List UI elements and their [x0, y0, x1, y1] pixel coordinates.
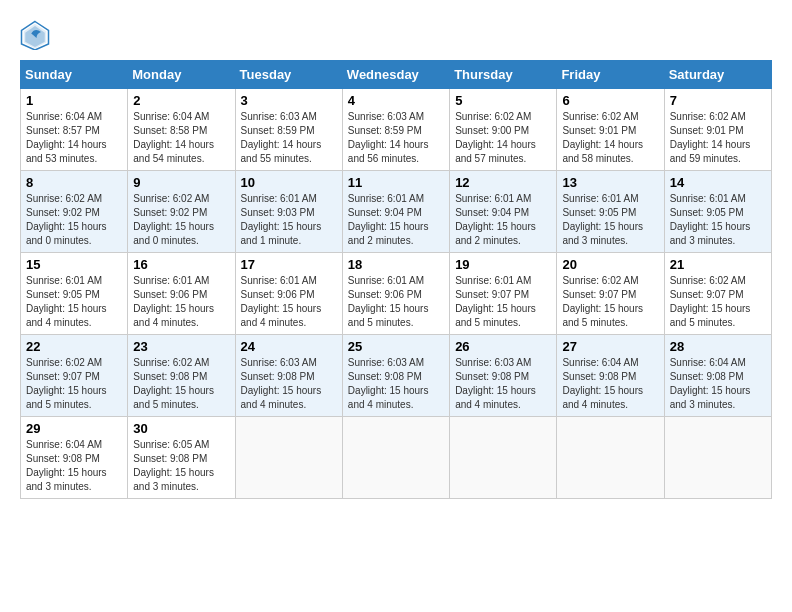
- calendar-cell: 25Sunrise: 6:03 AMSunset: 9:08 PMDayligh…: [342, 335, 449, 417]
- calendar-cell: 15Sunrise: 6:01 AMSunset: 9:05 PMDayligh…: [21, 253, 128, 335]
- calendar-header-row: SundayMondayTuesdayWednesdayThursdayFrid…: [21, 61, 772, 89]
- calendar-cell: 10Sunrise: 6:01 AMSunset: 9:03 PMDayligh…: [235, 171, 342, 253]
- calendar-cell: 9Sunrise: 6:02 AMSunset: 9:02 PMDaylight…: [128, 171, 235, 253]
- day-info: Sunrise: 6:02 AMSunset: 9:00 PMDaylight:…: [455, 110, 551, 166]
- day-info: Sunrise: 6:04 AMSunset: 9:08 PMDaylight:…: [26, 438, 122, 494]
- day-number: 25: [348, 339, 444, 354]
- day-info: Sunrise: 6:04 AMSunset: 8:58 PMDaylight:…: [133, 110, 229, 166]
- day-header-wednesday: Wednesday: [342, 61, 449, 89]
- calendar-week-row: 22Sunrise: 6:02 AMSunset: 9:07 PMDayligh…: [21, 335, 772, 417]
- calendar-cell: 7Sunrise: 6:02 AMSunset: 9:01 PMDaylight…: [664, 89, 771, 171]
- day-number: 16: [133, 257, 229, 272]
- calendar-cell: [342, 417, 449, 499]
- day-info: Sunrise: 6:02 AMSunset: 9:02 PMDaylight:…: [133, 192, 229, 248]
- calendar-cell: 21Sunrise: 6:02 AMSunset: 9:07 PMDayligh…: [664, 253, 771, 335]
- day-info: Sunrise: 6:01 AMSunset: 9:05 PMDaylight:…: [26, 274, 122, 330]
- day-header-sunday: Sunday: [21, 61, 128, 89]
- calendar-cell: 26Sunrise: 6:03 AMSunset: 9:08 PMDayligh…: [450, 335, 557, 417]
- calendar-cell: 11Sunrise: 6:01 AMSunset: 9:04 PMDayligh…: [342, 171, 449, 253]
- day-info: Sunrise: 6:01 AMSunset: 9:07 PMDaylight:…: [455, 274, 551, 330]
- day-header-monday: Monday: [128, 61, 235, 89]
- page-header: [20, 20, 772, 50]
- day-number: 2: [133, 93, 229, 108]
- calendar-cell: 27Sunrise: 6:04 AMSunset: 9:08 PMDayligh…: [557, 335, 664, 417]
- calendar-cell: 20Sunrise: 6:02 AMSunset: 9:07 PMDayligh…: [557, 253, 664, 335]
- day-number: 17: [241, 257, 337, 272]
- day-info: Sunrise: 6:03 AMSunset: 8:59 PMDaylight:…: [348, 110, 444, 166]
- day-number: 18: [348, 257, 444, 272]
- day-header-tuesday: Tuesday: [235, 61, 342, 89]
- calendar-cell: 18Sunrise: 6:01 AMSunset: 9:06 PMDayligh…: [342, 253, 449, 335]
- day-number: 14: [670, 175, 766, 190]
- calendar-cell: 13Sunrise: 6:01 AMSunset: 9:05 PMDayligh…: [557, 171, 664, 253]
- calendar-week-row: 29Sunrise: 6:04 AMSunset: 9:08 PMDayligh…: [21, 417, 772, 499]
- calendar-cell: 2Sunrise: 6:04 AMSunset: 8:58 PMDaylight…: [128, 89, 235, 171]
- day-number: 27: [562, 339, 658, 354]
- calendar-cell: 23Sunrise: 6:02 AMSunset: 9:08 PMDayligh…: [128, 335, 235, 417]
- day-info: Sunrise: 6:01 AMSunset: 9:05 PMDaylight:…: [670, 192, 766, 248]
- calendar-cell: [557, 417, 664, 499]
- calendar-cell: 8Sunrise: 6:02 AMSunset: 9:02 PMDaylight…: [21, 171, 128, 253]
- day-info: Sunrise: 6:04 AMSunset: 9:08 PMDaylight:…: [562, 356, 658, 412]
- calendar-cell: 22Sunrise: 6:02 AMSunset: 9:07 PMDayligh…: [21, 335, 128, 417]
- day-info: Sunrise: 6:02 AMSunset: 9:07 PMDaylight:…: [670, 274, 766, 330]
- day-number: 9: [133, 175, 229, 190]
- calendar-week-row: 8Sunrise: 6:02 AMSunset: 9:02 PMDaylight…: [21, 171, 772, 253]
- day-header-saturday: Saturday: [664, 61, 771, 89]
- calendar-cell: 12Sunrise: 6:01 AMSunset: 9:04 PMDayligh…: [450, 171, 557, 253]
- day-number: 19: [455, 257, 551, 272]
- calendar-cell: 1Sunrise: 6:04 AMSunset: 8:57 PMDaylight…: [21, 89, 128, 171]
- calendar-week-row: 1Sunrise: 6:04 AMSunset: 8:57 PMDaylight…: [21, 89, 772, 171]
- day-number: 12: [455, 175, 551, 190]
- day-number: 24: [241, 339, 337, 354]
- day-number: 30: [133, 421, 229, 436]
- day-info: Sunrise: 6:04 AMSunset: 8:57 PMDaylight:…: [26, 110, 122, 166]
- calendar-cell: 14Sunrise: 6:01 AMSunset: 9:05 PMDayligh…: [664, 171, 771, 253]
- day-info: Sunrise: 6:02 AMSunset: 9:07 PMDaylight:…: [26, 356, 122, 412]
- day-info: Sunrise: 6:02 AMSunset: 9:07 PMDaylight:…: [562, 274, 658, 330]
- day-info: Sunrise: 6:02 AMSunset: 9:01 PMDaylight:…: [670, 110, 766, 166]
- day-number: 3: [241, 93, 337, 108]
- day-info: Sunrise: 6:01 AMSunset: 9:04 PMDaylight:…: [455, 192, 551, 248]
- calendar-cell: 24Sunrise: 6:03 AMSunset: 9:08 PMDayligh…: [235, 335, 342, 417]
- day-info: Sunrise: 6:01 AMSunset: 9:03 PMDaylight:…: [241, 192, 337, 248]
- day-number: 1: [26, 93, 122, 108]
- day-number: 20: [562, 257, 658, 272]
- day-info: Sunrise: 6:02 AMSunset: 9:02 PMDaylight:…: [26, 192, 122, 248]
- day-number: 4: [348, 93, 444, 108]
- calendar-cell: 28Sunrise: 6:04 AMSunset: 9:08 PMDayligh…: [664, 335, 771, 417]
- calendar-cell: 3Sunrise: 6:03 AMSunset: 8:59 PMDaylight…: [235, 89, 342, 171]
- calendar-cell: 29Sunrise: 6:04 AMSunset: 9:08 PMDayligh…: [21, 417, 128, 499]
- calendar-week-row: 15Sunrise: 6:01 AMSunset: 9:05 PMDayligh…: [21, 253, 772, 335]
- day-info: Sunrise: 6:01 AMSunset: 9:06 PMDaylight:…: [133, 274, 229, 330]
- logo-icon: [20, 20, 50, 50]
- day-info: Sunrise: 6:01 AMSunset: 9:05 PMDaylight:…: [562, 192, 658, 248]
- day-number: 13: [562, 175, 658, 190]
- calendar-cell: 16Sunrise: 6:01 AMSunset: 9:06 PMDayligh…: [128, 253, 235, 335]
- day-info: Sunrise: 6:03 AMSunset: 9:08 PMDaylight:…: [348, 356, 444, 412]
- calendar-cell: [664, 417, 771, 499]
- day-number: 6: [562, 93, 658, 108]
- day-info: Sunrise: 6:01 AMSunset: 9:06 PMDaylight:…: [348, 274, 444, 330]
- day-number: 8: [26, 175, 122, 190]
- day-number: 22: [26, 339, 122, 354]
- calendar-cell: 6Sunrise: 6:02 AMSunset: 9:01 PMDaylight…: [557, 89, 664, 171]
- day-info: Sunrise: 6:03 AMSunset: 9:08 PMDaylight:…: [241, 356, 337, 412]
- day-info: Sunrise: 6:03 AMSunset: 9:08 PMDaylight:…: [455, 356, 551, 412]
- calendar-cell: [450, 417, 557, 499]
- day-header-thursday: Thursday: [450, 61, 557, 89]
- calendar-cell: 19Sunrise: 6:01 AMSunset: 9:07 PMDayligh…: [450, 253, 557, 335]
- day-number: 21: [670, 257, 766, 272]
- day-header-friday: Friday: [557, 61, 664, 89]
- calendar: SundayMondayTuesdayWednesdayThursdayFrid…: [20, 60, 772, 499]
- day-number: 10: [241, 175, 337, 190]
- day-number: 28: [670, 339, 766, 354]
- day-number: 15: [26, 257, 122, 272]
- day-number: 7: [670, 93, 766, 108]
- calendar-cell: 4Sunrise: 6:03 AMSunset: 8:59 PMDaylight…: [342, 89, 449, 171]
- day-info: Sunrise: 6:05 AMSunset: 9:08 PMDaylight:…: [133, 438, 229, 494]
- logo: [20, 20, 54, 50]
- calendar-body: 1Sunrise: 6:04 AMSunset: 8:57 PMDaylight…: [21, 89, 772, 499]
- day-info: Sunrise: 6:04 AMSunset: 9:08 PMDaylight:…: [670, 356, 766, 412]
- calendar-cell: 5Sunrise: 6:02 AMSunset: 9:00 PMDaylight…: [450, 89, 557, 171]
